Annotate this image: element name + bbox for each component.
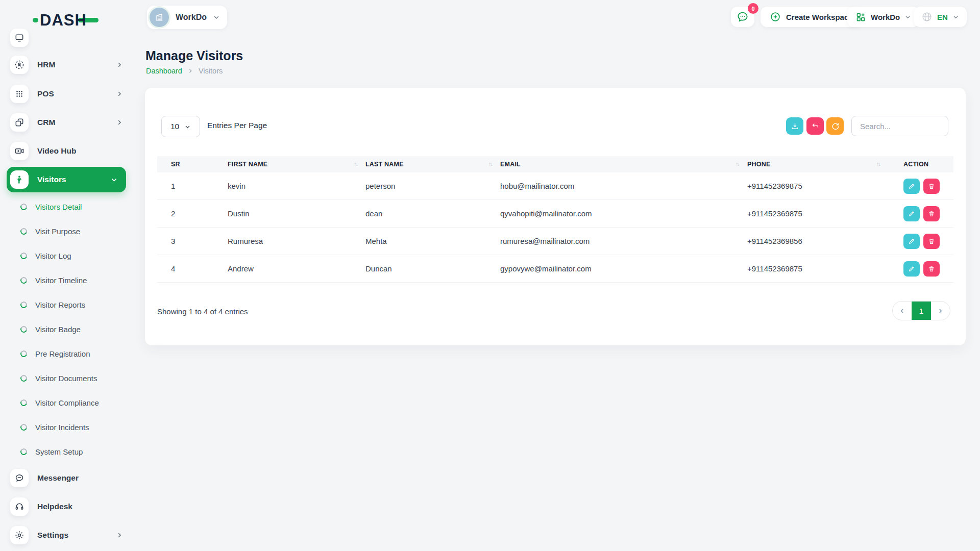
sidebar-item-label: Visitors: [37, 175, 66, 184]
cell-phone: +911452369856: [747, 228, 888, 255]
undo-button[interactable]: [806, 117, 824, 135]
pencil-icon: [908, 183, 915, 190]
chevron-left-icon: [899, 308, 905, 314]
pagination-next-button[interactable]: [931, 302, 950, 320]
sidebar-item-clipped[interactable]: [10, 29, 126, 47]
edit-button[interactable]: [903, 179, 920, 194]
column-header-phone[interactable]: PHONE↑↓: [747, 156, 888, 172]
submenu-item[interactable]: Visitor Reports: [0, 292, 134, 317]
grid-plus-icon: [855, 12, 866, 22]
sidebar-item-crm[interactable]: CRM: [10, 113, 126, 132]
sort-icon[interactable]: ↑↓: [876, 161, 880, 167]
submenu-item[interactable]: Visitors Detail: [0, 194, 134, 219]
sidebar-item-settings[interactable]: Settings: [10, 526, 126, 544]
chevron-right-icon: [116, 61, 123, 68]
submenu-item-label: Visitor Incidents: [35, 423, 89, 432]
sidebar-item-visitors[interactable]: Visitors: [7, 167, 126, 192]
cell-email: qyvahopiti@mailinator.com: [500, 200, 747, 228]
cell-email: rumuresa@mailinator.com: [500, 228, 747, 255]
cell-last-name: Mehta: [365, 228, 500, 255]
sort-icon[interactable]: ↑↓: [354, 161, 357, 167]
export-button[interactable]: [786, 117, 803, 135]
hrm-icon: [10, 56, 29, 74]
sidebar-item-helpdesk[interactable]: Helpdesk: [10, 497, 126, 516]
submenu-item[interactable]: Pre Registration: [0, 341, 134, 366]
delete-button[interactable]: [923, 261, 940, 277]
create-workspace-button[interactable]: Create Workspace: [761, 7, 862, 27]
submenu-item-label: Visitor Documents: [35, 374, 97, 383]
pos-icon: [10, 85, 29, 103]
visitor-person-icon: [10, 170, 29, 189]
submenu-bullet-icon: [19, 276, 28, 284]
column-header-last-name[interactable]: LAST NAME↑↓: [365, 156, 500, 172]
sidebar-item-pos[interactable]: POS: [10, 85, 126, 103]
trash-icon: [928, 265, 935, 272]
table-row: 1 kevin peterson hobu@mailinator.com +91…: [157, 172, 953, 200]
submenu-item[interactable]: Visitor Timeline: [0, 268, 134, 292]
cell-sr: 1: [157, 172, 228, 200]
sidebar-item-label: HRM: [37, 60, 55, 69]
chevron-right-icon: [116, 90, 123, 97]
sidebar-item-label: Video Hub: [37, 146, 76, 156]
cell-first-name: Andrew: [228, 255, 365, 283]
cell-last-name: Duncan: [365, 255, 500, 283]
sort-icon[interactable]: ↑↓: [488, 161, 492, 167]
headphones-icon: [10, 497, 29, 516]
submenu-item[interactable]: Visitor Documents: [0, 366, 134, 390]
pencil-icon: [908, 265, 915, 272]
workspace-selector[interactable]: WorkDo: [147, 6, 227, 29]
submenu-item-label: Visitor Badge: [35, 325, 81, 334]
workspace-name: WorkDo: [176, 13, 207, 22]
delete-button[interactable]: [923, 234, 940, 249]
apps-menu-button[interactable]: WorkDo: [847, 7, 919, 27]
sidebar-item-label: Messenger: [37, 473, 79, 483]
edit-button[interactable]: [903, 261, 920, 277]
cell-first-name: Rumuresa: [228, 228, 365, 255]
visitors-submenu: Visitors Detail Visit Purpose Visitor Lo…: [0, 194, 134, 464]
apps-menu-label: WorkDo: [871, 13, 900, 21]
submenu-item[interactable]: Visitor Compliance: [0, 390, 134, 415]
cell-last-name: dean: [365, 200, 500, 228]
sidebar-item-label: POS: [37, 89, 54, 98]
sidebar-item-hrm[interactable]: HRM: [10, 56, 126, 74]
sidebar-item-label: CRM: [37, 118, 55, 127]
breadcrumb-dashboard-link[interactable]: Dashboard: [146, 67, 182, 75]
submenu-item-label: Visitor Timeline: [35, 276, 87, 285]
submenu-bullet-icon: [19, 398, 28, 407]
submenu-item-label: Pre Registration: [35, 349, 90, 358]
app-logo[interactable]: DASH: [33, 12, 99, 28]
messenger-button[interactable]: 0: [731, 7, 754, 27]
edit-button[interactable]: [903, 234, 920, 249]
gear-icon: [10, 526, 29, 544]
pagination-prev-button[interactable]: [893, 302, 912, 320]
edit-button[interactable]: [903, 206, 920, 221]
cell-last-name: peterson: [365, 172, 500, 200]
sidebar-item-messenger[interactable]: Messenger: [10, 469, 126, 487]
column-header-action: ACTION: [888, 156, 953, 172]
delete-button[interactable]: [923, 179, 940, 194]
submenu-item[interactable]: System Setup: [0, 439, 134, 464]
pagination-page-1[interactable]: 1: [912, 302, 930, 320]
column-header-first-name[interactable]: FIRST NAME↑↓: [228, 156, 365, 172]
crm-icon: [10, 113, 29, 132]
submenu-item[interactable]: Visitor Incidents: [0, 415, 134, 439]
column-header-sr: SR: [157, 156, 228, 172]
sidebar-item-video-hub[interactable]: Video Hub: [10, 142, 126, 160]
language-code: EN: [937, 13, 948, 21]
pagination: 1: [892, 301, 950, 320]
cell-first-name: kevin: [228, 172, 365, 200]
submenu-item[interactable]: Visit Purpose: [0, 219, 134, 243]
table-row: 3 Rumuresa Mehta rumuresa@mailinator.com…: [157, 228, 953, 255]
entries-per-page-select[interactable]: 10: [161, 116, 200, 137]
sidebar: DASH HRM POS: [0, 0, 134, 551]
sort-icon[interactable]: ↑↓: [736, 161, 739, 167]
search-input[interactable]: [851, 116, 948, 136]
chevron-down-icon: [184, 123, 191, 130]
submenu-item[interactable]: Visitor Log: [0, 243, 134, 268]
submenu-item[interactable]: Visitor Badge: [0, 317, 134, 341]
delete-button[interactable]: [923, 206, 940, 221]
language-selector[interactable]: EN: [914, 7, 967, 27]
refresh-button[interactable]: [826, 117, 844, 135]
column-header-email[interactable]: EMAIL↑↓: [500, 156, 747, 172]
chevron-right-icon: [937, 308, 944, 314]
